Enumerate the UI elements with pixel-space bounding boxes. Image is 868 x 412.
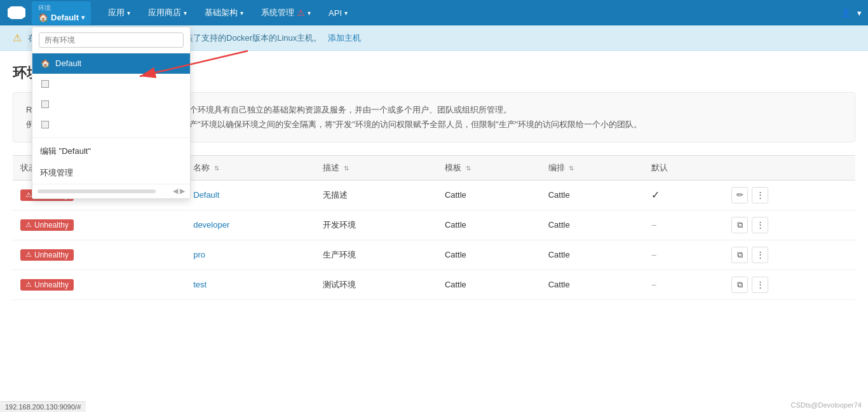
status-text: Unhealthy xyxy=(34,221,69,230)
nav-item-label: 应用 xyxy=(108,7,125,18)
table-row: ⚠ Unhealthy pro 生产环境 Cattle Cattle – ⧉ ⋮ xyxy=(13,240,855,270)
env-search-input[interactable] xyxy=(39,32,184,48)
env-switcher[interactable]: 环境 🏠 Default ▾ 🏠 Default developer pro xyxy=(32,1,91,25)
dropdown-search-container xyxy=(32,27,190,53)
col-template[interactable]: 模板 ⇅ xyxy=(437,155,541,180)
warning-icon: ⚠ xyxy=(13,32,22,44)
dropdown-item-label: pro xyxy=(55,99,67,109)
env-label: 环境 xyxy=(38,4,85,13)
nav-item-appstore[interactable]: 应用商店 ▾ xyxy=(140,3,194,22)
action-icons: ⧉ ⋮ xyxy=(731,247,848,263)
more-button[interactable]: ⋮ xyxy=(752,247,768,263)
col-desc[interactable]: 描述 ⇅ xyxy=(315,155,437,180)
cell-template: Cattle xyxy=(437,240,541,270)
dropdown-action-edit[interactable]: 编辑 "Default" xyxy=(32,141,190,162)
action-icons: ✏ ⋮ xyxy=(731,187,848,203)
chevron-down-icon: ▾ xyxy=(240,10,243,17)
cell-name: Default xyxy=(186,180,315,210)
dropdown-item-developer[interactable]: developer xyxy=(32,74,190,94)
nav-item-apps[interactable]: 应用 ▾ xyxy=(100,3,138,22)
cell-name: developer xyxy=(186,210,315,240)
default-dash: – xyxy=(651,250,656,259)
nav-item-label: API xyxy=(329,8,342,18)
nav-item-label: 系统管理 xyxy=(261,7,294,18)
cell-description: 开发环境 xyxy=(315,210,437,240)
warning-icon: ⚠ xyxy=(25,251,32,259)
chevron-down-icon: ▾ xyxy=(184,10,187,17)
clone-button[interactable]: ⧉ xyxy=(731,247,748,263)
alert-icon: ⚠ xyxy=(297,8,305,18)
menu-icon[interactable]: ▾ xyxy=(857,8,862,18)
col-actions xyxy=(724,155,855,180)
cell-orchestration: Cattle xyxy=(541,240,644,270)
rancher-logo-icon xyxy=(8,6,25,19)
home-icon: 🏠 xyxy=(40,58,50,69)
edit-button[interactable]: ✏ xyxy=(731,187,748,203)
dropdown-item-pro[interactable]: pro xyxy=(32,94,190,114)
banner-link[interactable]: 添加主机 xyxy=(328,32,361,44)
nav-item-system[interactable]: 系统管理 ⚠ ▾ xyxy=(254,3,318,22)
cell-actions: ⧉ ⋮ xyxy=(724,240,855,270)
action-icons: ⧉ ⋮ xyxy=(731,277,848,293)
cell-orchestration: Cattle xyxy=(541,210,644,240)
nav-item-label: 基础架构 xyxy=(205,7,238,18)
col-name[interactable]: 名称 ⇅ xyxy=(186,155,315,180)
env-dropdown: 🏠 Default developer pro test 编辑 "Default… xyxy=(32,27,191,199)
nav-right: 👤 ▾ xyxy=(841,8,862,18)
env-name-link[interactable]: test xyxy=(193,280,207,289)
user-icon[interactable]: 👤 xyxy=(841,8,851,18)
cell-template: Cattle xyxy=(437,180,541,210)
dropdown-item-test[interactable]: test xyxy=(32,114,190,135)
table-row: ⚠ Unhealthy test 测试环境 Cattle Cattle – ⧉ … xyxy=(13,270,855,299)
action-icons: ⧉ ⋮ xyxy=(731,217,848,233)
col-orch[interactable]: 编排 ⇅ xyxy=(541,155,644,180)
env-name-link[interactable]: Default xyxy=(193,190,219,200)
cell-name: test xyxy=(186,270,315,299)
cell-default: – xyxy=(644,240,724,270)
cell-default: ✓ xyxy=(644,180,724,210)
env-name-link[interactable]: pro xyxy=(193,250,205,259)
status-bar: 192.168.200.130:9090/# xyxy=(0,401,86,412)
table-row: ⚠ Unhealthy developer 开发环境 Cattle Cattle… xyxy=(13,210,855,240)
more-button[interactable]: ⋮ xyxy=(752,277,768,293)
cell-status: ⚠ Unhealthy xyxy=(13,270,186,299)
default-dash: – xyxy=(651,280,656,289)
cell-status: ⚠ Unhealthy xyxy=(13,240,186,270)
clone-button[interactable]: ⧉ xyxy=(731,217,748,233)
dropdown-item-default[interactable]: 🏠 Default xyxy=(32,53,190,74)
cell-description: 测试环境 xyxy=(315,270,437,299)
square-icon xyxy=(40,120,50,130)
cell-name: pro xyxy=(186,240,315,270)
more-button[interactable]: ⋮ xyxy=(752,217,768,233)
warning-icon: ⚠ xyxy=(25,221,32,229)
square-icon xyxy=(40,79,50,89)
sort-icon: ⇅ xyxy=(214,165,219,172)
dropdown-action-manage[interactable]: 环境管理 xyxy=(32,162,190,184)
cell-default: – xyxy=(644,270,724,299)
clone-button[interactable]: ⧉ xyxy=(731,277,748,293)
top-nav: 环境 🏠 Default ▾ 🏠 Default developer pro xyxy=(0,0,868,25)
warning-icon: ⚠ xyxy=(25,191,32,199)
nav-item-label: 应用商店 xyxy=(148,7,181,18)
nav-items: 应用 ▾ 应用商店 ▾ 基础架构 ▾ 系统管理 ⚠ ▾ API ▾ xyxy=(100,3,841,22)
cell-actions: ⧉ ⋮ xyxy=(724,270,855,299)
status-text: Unhealthy xyxy=(34,280,69,289)
dropdown-item-label: test xyxy=(55,120,69,129)
dropdown-item-label: developer xyxy=(55,79,92,88)
cell-orchestration: Cattle xyxy=(541,180,644,210)
sort-icon: ⇅ xyxy=(344,165,349,172)
nav-item-infra[interactable]: 基础架构 ▾ xyxy=(197,3,251,22)
status-text: Unhealthy xyxy=(34,251,69,259)
chevron-down-icon: ▾ xyxy=(127,10,130,17)
cell-status: ⚠ Unhealthy xyxy=(13,210,186,240)
chevron-down-icon: ▾ xyxy=(308,10,311,17)
dropdown-divider xyxy=(32,137,190,138)
chevron-down-icon: ▾ xyxy=(344,10,348,17)
square-icon xyxy=(40,99,50,109)
nav-item-api[interactable]: API ▾ xyxy=(321,4,355,22)
cell-description: 无描述 xyxy=(315,180,437,210)
env-name-link[interactable]: developer xyxy=(193,220,229,230)
cell-default: – xyxy=(644,210,724,240)
status-badge: ⚠ Unhealthy xyxy=(20,219,74,231)
more-button[interactable]: ⋮ xyxy=(752,187,768,203)
